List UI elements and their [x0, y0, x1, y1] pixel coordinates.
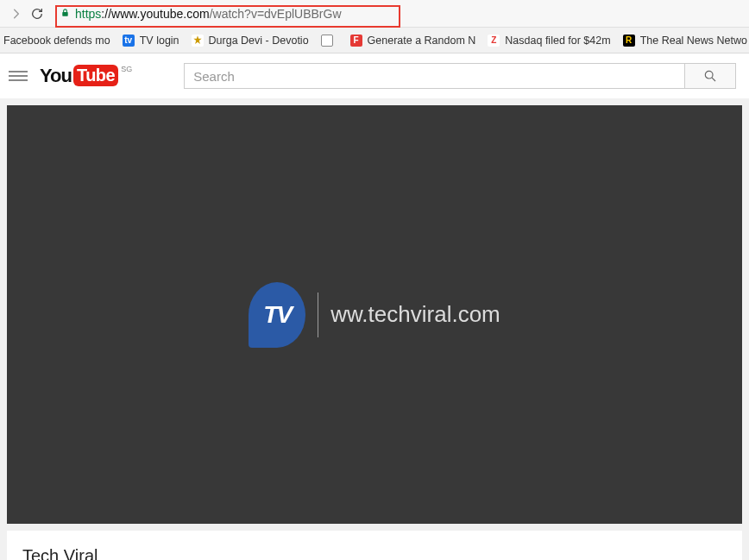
bookmark-label: The Real News Netwo: [640, 35, 747, 47]
bookmark-item[interactable]: [321, 35, 338, 47]
url-path: /watch?v=dvEplUBBrGw: [210, 7, 342, 21]
bookmark-favicon-icon: R: [623, 35, 635, 47]
lock-icon: [60, 7, 70, 21]
bookmark-favicon-icon: F: [350, 35, 362, 47]
bookmark-item[interactable]: Durga Devi - Devotio: [192, 35, 309, 47]
bookmark-label: TV login: [140, 35, 179, 47]
video-player[interactable]: TV ww.techviral.com: [7, 105, 742, 524]
bookmark-item[interactable]: F Generate a Random N: [350, 35, 476, 47]
search-icon: [703, 69, 717, 83]
search-button[interactable]: [684, 63, 736, 89]
search-input[interactable]: [184, 63, 684, 89]
svg-point-1: [706, 71, 714, 79]
bookmark-item[interactable]: tv TV login: [123, 35, 179, 47]
url-field[interactable]: https ://www.youtube.com /watch?v=dvEplU…: [55, 7, 739, 21]
bookmarks-bar: Facebook defends mo tv TV login Durga De…: [0, 28, 749, 53]
youtube-header: You Tube SG: [0, 53, 749, 98]
bookmark-favicon-icon: Z: [488, 35, 500, 47]
bookmark-label: Nasdaq filed for $42m: [505, 35, 610, 47]
svg-line-2: [712, 78, 715, 81]
youtube-logo-you: You: [40, 65, 72, 87]
url-text: https ://www.youtube.com /watch?v=dvEplU…: [75, 7, 342, 21]
hamburger-menu-icon[interactable]: [9, 66, 28, 85]
bookmark-label: Durga Devi - Devotio: [209, 35, 309, 47]
bookmark-item[interactable]: Facebook defends mo: [3, 35, 110, 47]
video-watermark: TV ww.techviral.com: [249, 282, 500, 348]
browser-address-bar: https ://www.youtube.com /watch?v=dvEplU…: [0, 0, 749, 28]
watermark-divider: [318, 293, 318, 337]
video-title: Tech Viral: [22, 546, 727, 560]
video-info-panel: Tech Viral: [7, 531, 742, 560]
watermark-badge-icon: TV: [249, 282, 305, 348]
youtube-logo[interactable]: You Tube SG: [40, 65, 132, 87]
youtube-region-code: SG: [121, 65, 132, 73]
url-host: ://www.youtube.com: [101, 7, 209, 21]
search-container: [184, 63, 736, 89]
forward-arrow-icon[interactable]: [9, 6, 24, 22]
bookmark-label: Facebook defends mo: [3, 35, 110, 47]
bookmark-favicon-icon: [321, 35, 333, 47]
url-protocol: https: [75, 7, 101, 21]
bookmark-label: Generate a Random N: [368, 35, 476, 47]
page-content: TV ww.techviral.com Tech Viral: [0, 98, 749, 560]
watermark-badge-text: TV: [263, 301, 291, 329]
bookmark-item[interactable]: R The Real News Netwo: [623, 35, 747, 47]
bookmark-favicon-icon: tv: [123, 35, 135, 47]
svg-rect-0: [62, 12, 67, 16]
bookmark-favicon-icon: [192, 35, 204, 47]
watermark-url-text: ww.techviral.com: [330, 301, 500, 328]
reload-icon[interactable]: [29, 6, 45, 22]
youtube-logo-tube: Tube: [73, 65, 118, 86]
bookmark-item[interactable]: Z Nasdaq filed for $42m: [488, 35, 610, 47]
